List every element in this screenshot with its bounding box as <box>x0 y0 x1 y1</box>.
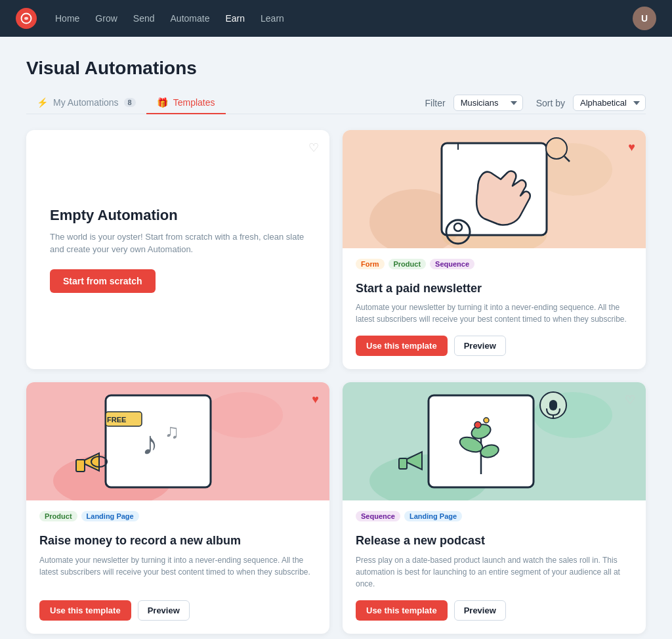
nav-home[interactable]: Home <box>55 13 79 24</box>
tag-product-2: Product <box>39 511 77 521</box>
paid-newsletter-preview-button[interactable]: Preview <box>454 336 506 356</box>
filter-label: Filter <box>425 98 446 108</box>
release-podcast-tags: Sequence Landing Page <box>356 511 462 521</box>
svg-point-26 <box>474 422 481 428</box>
release-podcast-preview-button[interactable]: Preview <box>454 600 506 621</box>
nav-learn[interactable]: Learn <box>261 13 284 24</box>
tabs: ⚡ My Automations 8 🎁 Templates <box>26 92 226 114</box>
svg-rect-29 <box>549 400 557 410</box>
release-podcast-body: Sequence Landing Page ♡ Release a new po… <box>343 500 646 633</box>
svg-text:♪: ♪ <box>142 425 158 462</box>
nav-grow[interactable]: Grow <box>95 13 117 24</box>
raise-money-image: FREE ♪ ♫ <box>26 382 329 500</box>
svg-point-27 <box>484 418 489 423</box>
paid-newsletter-body: Form Product Sequence ♥ Start a paid new… <box>343 248 646 369</box>
paid-newsletter-title: Start a paid newsletter <box>356 281 633 296</box>
paid-newsletter-tags-row: Form Product Sequence ♥ <box>356 259 633 276</box>
tab-my-automations[interactable]: ⚡ My Automations 8 <box>26 92 146 114</box>
raise-money-body: Product Landing Page ♥ Raise money to re… <box>26 500 329 633</box>
empty-card-title: Empty Automation <box>50 207 306 224</box>
paid-newsletter-image <box>343 130 646 248</box>
tag-product: Product <box>388 259 427 269</box>
release-podcast-title: Release a new podcast <box>356 533 633 548</box>
release-podcast-image <box>343 382 646 500</box>
raise-money-desc: Automate your newsletter by turning it i… <box>39 554 316 590</box>
card-release-podcast: Sequence Landing Page ♡ Release a new po… <box>343 382 646 633</box>
release-podcast-use-button[interactable]: Use this template <box>356 600 448 621</box>
tab-templates-label: Templates <box>173 97 215 108</box>
svg-rect-17 <box>76 460 85 472</box>
paid-newsletter-tags: Form Product Sequence <box>356 259 474 269</box>
raise-money-tags: Product Landing Page <box>39 511 139 521</box>
release-podcast-desc: Press play on a date-based product launc… <box>356 554 633 590</box>
release-podcast-tags-row: Sequence Landing Page ♡ <box>356 511 633 528</box>
navbar: Home Grow Send Automate Earn Learn U <box>0 0 672 37</box>
filter-row: Filter Musicians Creators Authors Podcas… <box>425 95 646 111</box>
start-from-scratch-button[interactable]: Start from scratch <box>50 269 156 293</box>
raise-money-heart-btn[interactable]: ♥ <box>312 393 319 407</box>
card-raise-money: FREE ♪ ♫ Product Landing Page ♥ <box>26 382 329 633</box>
nav-links: Home Grow Send Automate Earn Learn <box>55 13 614 24</box>
tag-form: Form <box>356 259 385 269</box>
tab-my-automations-label: My Automations <box>53 97 119 108</box>
tag-landing-2: Landing Page <box>81 511 139 521</box>
tag-landing-3: Landing Page <box>404 511 462 521</box>
raise-money-title: Raise money to record a new album <box>39 533 316 548</box>
raise-money-tags-row: Product Landing Page ♥ <box>39 511 316 528</box>
logo[interactable] <box>16 8 37 29</box>
filter-select[interactable]: Musicians Creators Authors Podcasters <box>453 95 523 111</box>
card-empty-automation: ♡ Empty Automation The world is your oys… <box>26 130 329 369</box>
paid-newsletter-heart-btn[interactable]: ♥ <box>628 141 635 154</box>
automations-badge: 8 <box>124 98 136 107</box>
tabs-row: ⚡ My Automations 8 🎁 Templates Filter Mu… <box>26 92 646 114</box>
release-podcast-heart-btn[interactable]: ♡ <box>625 393 635 407</box>
raise-money-use-button[interactable]: Use this template <box>39 600 131 621</box>
nav-earn[interactable]: Earn <box>225 13 245 24</box>
main-content: Visual Automations ⚡ My Automations 8 🎁 … <box>0 37 672 639</box>
svg-rect-12 <box>106 395 211 487</box>
paid-newsletter-actions: Use this template Preview <box>356 336 633 356</box>
tab-templates[interactable]: 🎁 Templates <box>146 92 226 114</box>
svg-point-8 <box>546 138 567 159</box>
raise-money-preview-button[interactable]: Preview <box>138 600 190 621</box>
sort-select[interactable]: Alphabetical Newest Popular <box>573 95 646 111</box>
paid-newsletter-desc: Automate your newsletter by turning it i… <box>356 301 633 325</box>
nav-send[interactable]: Send <box>133 13 155 24</box>
card-paid-newsletter: Form Product Sequence ♥ Start a paid new… <box>343 130 646 369</box>
svg-text:FREE: FREE <box>107 416 126 424</box>
release-podcast-actions: Use this template Preview <box>356 600 633 621</box>
cards-grid: ♡ Empty Automation The world is your oys… <box>26 130 646 639</box>
paid-newsletter-use-button[interactable]: Use this template <box>356 336 448 356</box>
svg-point-11 <box>204 392 283 438</box>
tag-sequence-3: Sequence <box>356 511 400 521</box>
empty-card-desc: The world is your oyster! Start from scr… <box>50 231 306 256</box>
svg-rect-31 <box>399 458 407 469</box>
raise-money-actions: Use this template Preview <box>39 600 316 621</box>
sort-label: Sort by <box>536 98 565 108</box>
svg-text:♫: ♫ <box>165 420 180 442</box>
empty-heart-btn[interactable]: ♡ <box>308 141 319 155</box>
automations-icon: ⚡ <box>37 97 48 108</box>
tag-sequence: Sequence <box>430 259 474 269</box>
avatar[interactable]: U <box>633 7 656 30</box>
page-title: Visual Automations <box>26 58 646 79</box>
nav-automate[interactable]: Automate <box>171 13 210 24</box>
templates-icon: 🎁 <box>157 97 168 108</box>
